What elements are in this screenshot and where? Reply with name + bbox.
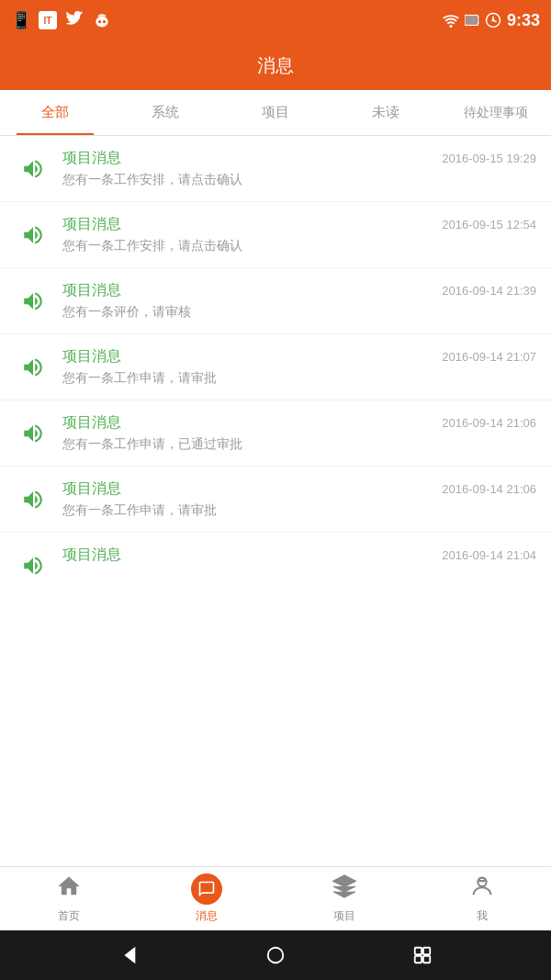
tab-unread[interactable]: 未读 (331, 90, 441, 135)
svg-point-9 (491, 19, 494, 22)
message-desc: 您有一条工作安排，请点击确认 (62, 238, 536, 254)
svg-point-2 (103, 20, 106, 23)
nav-project[interactable]: 项目 (276, 873, 413, 924)
svg-point-4 (449, 25, 452, 28)
message-title: 项目消息 (62, 149, 121, 168)
message-time: 2016-09-15 19:29 (442, 152, 536, 165)
status-time: 9:33 (507, 11, 540, 30)
list-item[interactable]: 项目消息 2016-09-14 21:06 您有一条工作申请，请审批 (0, 467, 551, 533)
message-content: 项目消息 2016-09-14 21:06 您有一条工作申请，请审批 (62, 479, 536, 519)
nav-project-label: 项目 (333, 908, 355, 924)
message-title: 项目消息 (62, 347, 121, 366)
message-speaker-icon (15, 415, 51, 452)
list-item[interactable]: 项目消息 2016-09-14 21:07 您有一条工作申请，请审批 (0, 334, 551, 400)
layers-icon (332, 873, 357, 905)
person-icon (469, 873, 495, 905)
nav-message[interactable]: 消息 (138, 873, 276, 924)
message-desc: 您有一条工作申请，已通过审批 (62, 436, 536, 453)
status-bar-left-icons: 📱 IT (11, 10, 112, 30)
list-item[interactable]: 项目消息 2016-09-14 21:04 (0, 533, 551, 597)
message-content: 项目消息 2016-09-15 12:54 您有一条工作安排，请点击确认 (62, 215, 536, 254)
message-speaker-icon (15, 547, 51, 584)
page-title: 消息 (257, 53, 294, 78)
message-time: 2016-09-14 21:39 (442, 284, 536, 298)
message-time: 2016-09-14 21:04 (442, 548, 536, 562)
recent-button[interactable] (410, 942, 435, 968)
svg-rect-14 (415, 948, 422, 954)
message-speaker-icon (15, 217, 51, 253)
message-speaker-icon (15, 349, 51, 386)
home-icon (56, 873, 82, 905)
nav-message-label: 消息 (196, 908, 218, 924)
message-time: 2016-09-14 21:06 (442, 482, 536, 496)
svg-rect-15 (423, 948, 430, 954)
message-desc: 您有一条工作申请，请审批 (62, 370, 536, 387)
svg-point-1 (98, 20, 101, 23)
message-content: 项目消息 2016-09-14 21:07 您有一条工作申请，请审批 (62, 347, 536, 387)
back-button[interactable] (116, 942, 141, 968)
message-title: 项目消息 (62, 215, 121, 234)
list-item[interactable]: 项目消息 2016-09-15 19:29 您有一条工作安排，请点击确认 (0, 136, 551, 202)
status-bar-right: 9:33 (443, 11, 540, 30)
bird-icon (64, 10, 84, 30)
nav-me-label: 我 (477, 908, 488, 924)
message-content: 项目消息 2016-09-14 21:39 您有一条评价，请审核 (62, 281, 536, 321)
svg-rect-16 (415, 956, 422, 963)
message-desc: 您有一条工作安排，请点击确认 (62, 172, 536, 188)
message-time: 2016-09-14 21:07 (442, 350, 536, 364)
nav-home-label: 首页 (58, 908, 80, 924)
bottom-nav: 首页 消息 项目 (0, 866, 551, 930)
system-nav-bar (0, 930, 551, 980)
list-item[interactable]: 项目消息 2016-09-14 21:39 您有一条评价，请审核 (0, 268, 551, 334)
svg-rect-6 (478, 18, 479, 22)
message-speaker-icon (15, 283, 51, 320)
message-content: 项目消息 2016-09-14 21:04 (62, 546, 536, 569)
message-desc: 您有一条评价，请审核 (62, 304, 536, 321)
message-title: 项目消息 (62, 479, 121, 499)
tab-system[interactable]: 系统 (110, 90, 220, 135)
message-desc: 您有一条工作申请，请审批 (62, 502, 536, 519)
message-content: 项目消息 2016-09-14 21:06 您有一条工作申请，已通过审批 (62, 413, 536, 453)
message-title: 项目消息 (62, 546, 121, 565)
message-speaker-icon (15, 481, 51, 518)
message-title: 项目消息 (62, 413, 121, 433)
message-list: 项目消息 2016-09-15 19:29 您有一条工作安排，请点击确认 项目消… (0, 136, 551, 866)
svg-point-0 (96, 17, 107, 28)
svg-rect-17 (423, 956, 430, 963)
nav-home[interactable]: 首页 (0, 873, 138, 924)
owl-icon (92, 10, 112, 30)
tab-project[interactable]: 项目 (220, 90, 331, 135)
tab-all[interactable]: 全部 (0, 90, 110, 135)
message-time: 2016-09-15 12:54 (442, 218, 536, 231)
list-item[interactable]: 项目消息 2016-09-15 12:54 您有一条工作安排，请点击确认 (0, 202, 551, 268)
status-bar: 📱 IT (0, 0, 551, 40)
svg-point-13 (268, 948, 284, 963)
nav-me[interactable]: 我 (413, 873, 551, 924)
message-title: 项目消息 (62, 281, 121, 300)
svg-rect-11 (479, 880, 486, 882)
home-button[interactable] (263, 942, 288, 968)
tab-bar: 全部 系统 项目 未读 待处理事项 (0, 90, 551, 136)
message-content: 项目消息 2016-09-15 19:29 您有一条工作安排，请点击确认 (62, 149, 536, 188)
list-item[interactable]: 项目消息 2016-09-14 21:06 您有一条工作申请，已通过审批 (0, 400, 551, 467)
it-icon: IT (39, 11, 57, 29)
svg-marker-12 (124, 947, 135, 963)
wechat-icon: 📱 (11, 10, 31, 30)
message-speaker-icon (15, 151, 51, 187)
header: 消息 (0, 40, 551, 90)
svg-rect-7 (466, 17, 477, 24)
tab-pending[interactable]: 待处理事项 (441, 90, 551, 135)
message-time: 2016-09-14 21:06 (442, 416, 536, 430)
message-active-icon (191, 873, 222, 905)
